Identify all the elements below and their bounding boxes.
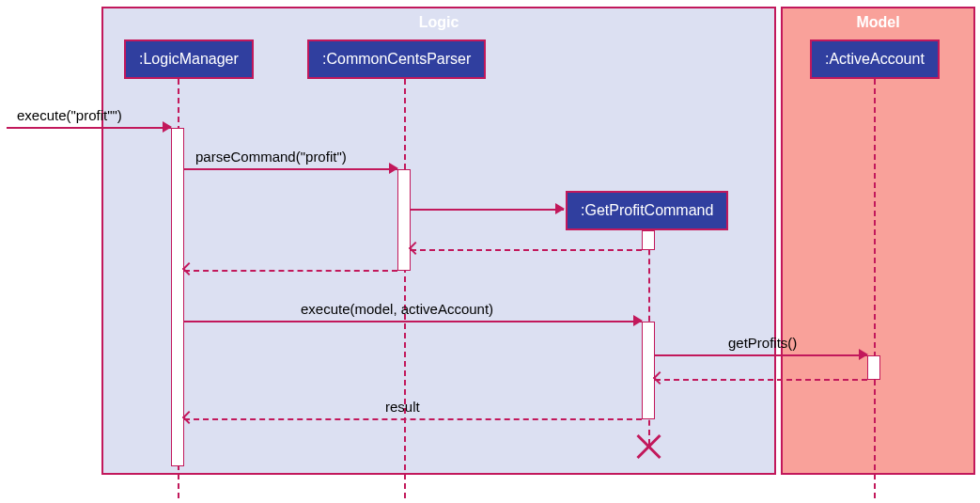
msg-return-to-gpc bbox=[655, 379, 867, 381]
destroy-get-profit-command bbox=[634, 432, 662, 461]
msg-execute-entry bbox=[7, 127, 171, 129]
label-parse-command: parseCommand("profit") bbox=[195, 149, 347, 165]
label-get-profits: getProfits() bbox=[728, 335, 797, 351]
msg-create-get-profit bbox=[411, 209, 564, 211]
participant-logic-manager: :LogicManager bbox=[124, 39, 254, 79]
participant-get-profit-command: :GetProfitCommand bbox=[566, 191, 728, 230]
msg-parse-command bbox=[184, 168, 397, 170]
arrowhead-create-get-profit bbox=[555, 203, 565, 214]
participant-active-account: :ActiveAccount bbox=[810, 39, 940, 79]
arrowhead-execute-model bbox=[633, 315, 643, 326]
lifeline-active-account bbox=[874, 79, 876, 498]
lifeline-common-cents-parser bbox=[404, 79, 406, 498]
label-result: result bbox=[385, 399, 420, 415]
arrowhead-parse-command bbox=[389, 163, 398, 174]
frame-model-title: Model bbox=[856, 14, 899, 31]
label-execute-model: execute(model, activeAccount) bbox=[301, 301, 493, 317]
msg-return-to-ccp bbox=[411, 249, 642, 251]
activation-common-cents-parser bbox=[397, 169, 411, 271]
activation-active-account bbox=[867, 355, 880, 380]
participant-common-cents-parser: :CommonCentsParser bbox=[307, 39, 486, 79]
activation-get-profit-command-1 bbox=[642, 230, 655, 250]
label-execute-entry: execute("profit"") bbox=[17, 107, 122, 123]
activation-get-profit-command-2 bbox=[642, 322, 655, 419]
msg-execute-model bbox=[184, 321, 642, 322]
msg-get-profits bbox=[655, 354, 867, 356]
arrowhead-get-profits bbox=[859, 349, 868, 360]
msg-result bbox=[184, 418, 642, 420]
frame-logic-title: Logic bbox=[419, 14, 459, 31]
msg-return-to-lm1 bbox=[184, 270, 397, 272]
activation-logic-manager bbox=[171, 128, 184, 466]
arrowhead-execute-entry bbox=[163, 121, 172, 133]
